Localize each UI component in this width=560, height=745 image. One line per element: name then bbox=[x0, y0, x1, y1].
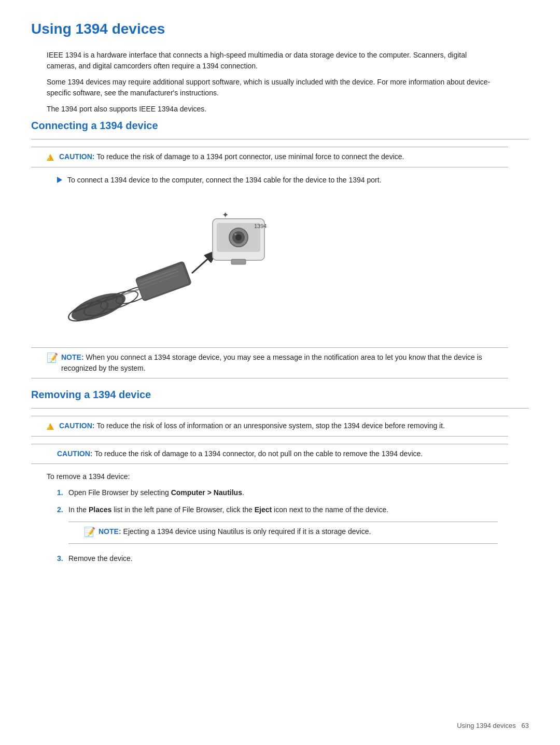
step-2: 2. In the Places list in the left pane o… bbox=[57, 504, 498, 515]
step-2-text: In the Places list in the left pane of F… bbox=[68, 504, 388, 515]
step-3: 3. Remove the device. bbox=[57, 553, 498, 564]
section-rule-connecting bbox=[31, 139, 529, 139]
note-icon-2: 📝 bbox=[84, 525, 95, 539]
svg-point-18 bbox=[235, 234, 242, 241]
page-title: Using 1394 devices bbox=[31, 21, 529, 40]
removing-intro-text: To remove a 1394 device: bbox=[31, 471, 498, 482]
intro-para-1: IEEE 1394 is a hardware interface that c… bbox=[31, 50, 498, 72]
removing-note-inner: 📝 NOTE:Ejecting a 1394 device using Naut… bbox=[68, 522, 498, 544]
step-1: 1. Open File Browser by selecting Comput… bbox=[57, 487, 498, 498]
caution-triangle-icon bbox=[47, 152, 56, 163]
bullet-triangle-icon bbox=[57, 177, 62, 183]
triangle-icon bbox=[47, 154, 54, 161]
step-1-num: 1. bbox=[57, 487, 68, 498]
connecting-note-block: 📝 NOTE:When you connect a 1394 storage d… bbox=[31, 347, 508, 378]
intro-para-3: The 1394 port also supports IEEE 1394a d… bbox=[31, 104, 498, 115]
step-3-num: 3. bbox=[57, 553, 68, 564]
svg-point-19 bbox=[234, 233, 236, 235]
step-1-text: Open File Browser by selecting Computer … bbox=[68, 487, 244, 498]
section-removing: Removing a 1394 device CAUTION:To reduce… bbox=[31, 389, 529, 564]
connector-image-area: 1394 ✦ bbox=[31, 193, 529, 338]
step-3-text: Remove the device. bbox=[68, 553, 133, 564]
caution-triangle-icon-2 bbox=[47, 421, 56, 432]
connecting-caution-block: CAUTION:To reduce the risk of damage to … bbox=[31, 147, 508, 167]
section-rule-removing bbox=[31, 408, 529, 409]
triangle-icon-2 bbox=[47, 423, 54, 430]
connector-svg: 1394 ✦ bbox=[57, 193, 275, 338]
svg-text:✦: ✦ bbox=[222, 210, 229, 219]
caution-label: CAUTION: bbox=[59, 152, 94, 161]
removing-caution-block-2: CAUTION:To reduce the risk of damage to … bbox=[31, 444, 508, 464]
connecting-bullet-item: To connect a 1394 device to the computer… bbox=[31, 175, 498, 186]
removing-steps-list: 1. Open File Browser by selecting Comput… bbox=[31, 487, 498, 564]
removing-caution-1-text: CAUTION:To reduce the risk of loss of in… bbox=[59, 420, 445, 431]
footer-page: 63 bbox=[522, 722, 529, 729]
removing-note-block: 📝 NOTE:Ejecting a 1394 device using Naut… bbox=[68, 522, 498, 544]
removing-note-text: NOTE:Ejecting a 1394 device using Nautil… bbox=[99, 526, 371, 537]
section-connecting-heading: Connecting a 1394 device bbox=[31, 120, 529, 134]
removing-caution-block-1: CAUTION:To reduce the risk of loss of in… bbox=[31, 416, 508, 437]
note-icon: 📝 bbox=[47, 351, 58, 365]
connecting-note-text: NOTE:When you connect a 1394 storage dev… bbox=[61, 352, 503, 374]
page-footer: Using 1394 devices 63 bbox=[457, 722, 529, 729]
svg-text:1394: 1394 bbox=[254, 223, 267, 229]
connecting-caution-text: CAUTION:To reduce the risk of damage to … bbox=[59, 151, 404, 162]
intro-para-2: Some 1394 devices may require additional… bbox=[31, 77, 498, 99]
footer-text: Using 1394 devices bbox=[457, 722, 515, 729]
section-connecting: Connecting a 1394 device CAUTION:To redu… bbox=[31, 120, 529, 378]
svg-rect-20 bbox=[231, 259, 246, 264]
step-2-num: 2. bbox=[57, 504, 68, 515]
section-removing-heading: Removing a 1394 device bbox=[31, 389, 529, 403]
connecting-bullet-text: To connect a 1394 device to the computer… bbox=[67, 175, 382, 186]
